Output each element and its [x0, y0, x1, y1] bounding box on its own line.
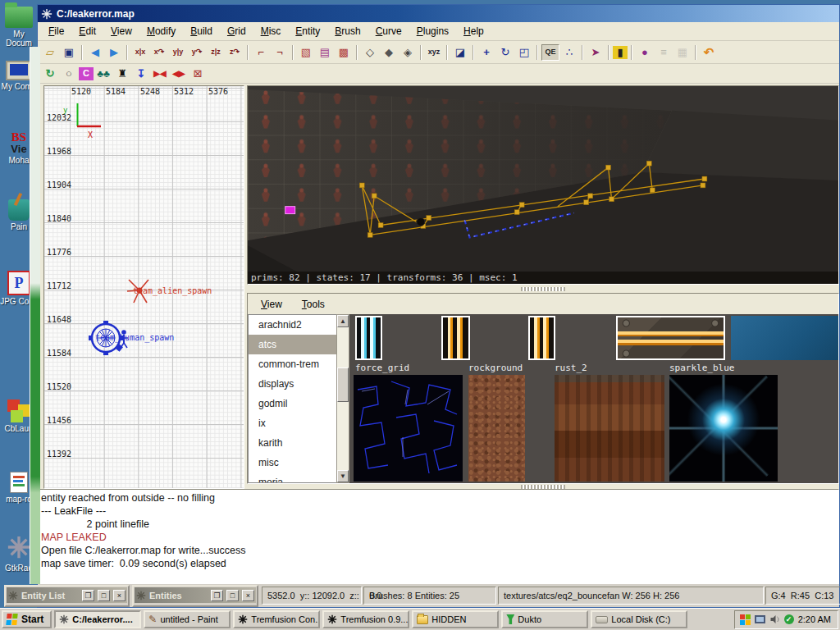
folder-list-scrollbar[interactable]: ▲ ▼	[336, 314, 349, 483]
folder-item-arachnid2[interactable]: arachnid2	[249, 315, 336, 335]
cap-endcap-icon[interactable]: ▶◀	[151, 66, 169, 82]
menu-help[interactable]: Help	[456, 23, 491, 39]
folder-item-godmil[interactable]: godmil	[249, 394, 336, 413]
folder-item-atcs[interactable]: atcs	[249, 335, 336, 354]
folder-item-moria[interactable]: moria	[249, 472, 336, 483]
select-complete-icon[interactable]: ▩	[335, 44, 353, 61]
texture-thumb-force-grid[interactable]	[354, 375, 463, 482]
folder-item-common-trem[interactable]: common-trem	[249, 354, 336, 374]
rotate-y-icon[interactable]: y↷	[188, 44, 206, 61]
network-tray-icon[interactable]	[755, 615, 765, 623]
cap-selection-icon[interactable]: C	[79, 67, 94, 80]
task-leakerror-map[interactable]: C:/leakerror....	[54, 610, 141, 628]
refresh-models-icon[interactable]: ↻	[41, 66, 59, 82]
task-local-disk[interactable]: Local Disk (C:)	[591, 610, 687, 628]
select-inside-icon[interactable]: ▤	[316, 44, 334, 61]
cap-none-icon[interactable]: ⊠	[189, 66, 207, 82]
scroll-up-icon[interactable]: ▲	[337, 315, 349, 327]
model-icon[interactable]: ●	[636, 44, 654, 61]
menu-plugins[interactable]: Plugins	[409, 23, 456, 39]
patch-tool-icon[interactable]: ○	[60, 66, 78, 82]
texture-thumb-rockground[interactable]	[468, 375, 525, 482]
select-touching-icon[interactable]: ▧	[297, 44, 315, 61]
rotate-mode-icon[interactable]: ↻	[496, 44, 514, 61]
save-icon[interactable]: ▣	[60, 44, 78, 61]
volume-tray-icon[interactable]	[769, 614, 780, 624]
back-icon[interactable]: ◀	[86, 44, 104, 61]
menu-file[interactable]: File	[41, 23, 71, 39]
scroll-down-icon[interactable]: ▼	[337, 470, 349, 482]
cube-solid-icon[interactable]: ◆	[380, 44, 398, 61]
menu-curve[interactable]: Curve	[368, 23, 409, 39]
texture-window-icon[interactable]: ▦	[673, 44, 692, 61]
horizontal-splitter[interactable]	[247, 285, 839, 293]
task-hidden-folder[interactable]: HIDDEN	[412, 610, 499, 628]
undo-icon[interactable]: ↶	[700, 44, 718, 61]
maximize-icon[interactable]: □	[98, 590, 110, 601]
texture-thumb-tube-orange[interactable]	[441, 316, 470, 360]
task-tremfusion-game[interactable]: Tremfusion 0.9...	[322, 610, 409, 628]
folder-item-karith[interactable]: karith	[249, 433, 336, 453]
flip-y-icon[interactable]: y|y	[169, 44, 187, 61]
folder-item-displays[interactable]: displays	[249, 374, 336, 394]
title-bar[interactable]: C:/leakerror.map	[38, 5, 839, 22]
spawn-icon[interactable]: ➤	[587, 44, 605, 61]
selected-light-entity[interactable]	[285, 207, 295, 214]
console-view-icon[interactable]: ≡	[655, 44, 673, 61]
menu-build[interactable]: Build	[183, 23, 220, 39]
menu-entity[interactable]: Entity	[288, 23, 327, 39]
texture-thumb-sparkle-blue[interactable]	[669, 375, 778, 482]
task-tremfusion-console[interactable]: Tremfusion Con...	[233, 610, 320, 628]
csg-merge-icon[interactable]: ¬	[271, 44, 289, 61]
menu-view[interactable]: View	[103, 23, 139, 39]
task-paint[interactable]: ✎ untitled - Paint	[144, 610, 231, 628]
menu-grid[interactable]: Grid	[220, 23, 253, 39]
cube-textured-icon[interactable]: ◈	[399, 44, 417, 61]
flip-x-icon[interactable]: x|x	[131, 44, 149, 61]
restore-icon[interactable]: ❐	[211, 590, 223, 601]
texture-thumb-tube-cyan[interactable]	[355, 316, 382, 360]
texture-lock-icon[interactable]: ▮	[613, 46, 628, 59]
texture-thumb-blue[interactable]	[731, 316, 838, 360]
menu-modify[interactable]: Modify	[139, 23, 183, 39]
csg-tool-icon[interactable]: ⌐	[252, 44, 270, 61]
camera-3d-view[interactable]: prims: 82 | states: 17 | transforms: 36 …	[247, 85, 839, 285]
entity-connect-icon[interactable]: ∴	[560, 44, 578, 61]
folder-item-misc[interactable]: misc	[249, 453, 336, 472]
cap-bevel-icon[interactable]: ◀▶	[170, 66, 188, 82]
console-output[interactable]: entity reached from outside -- no fillin…	[38, 489, 839, 584]
texture-thumb-bouncepad[interactable]	[616, 316, 725, 360]
texture-thumb-tube-orange2[interactable]	[528, 316, 555, 360]
rotate-x-icon[interactable]: x↷	[150, 44, 168, 61]
open-file-icon[interactable]: ▱	[41, 44, 59, 61]
texture-flip-icon[interactable]: ◪	[451, 44, 469, 61]
task-dukto[interactable]: Dukto	[501, 610, 588, 628]
menu-brush[interactable]: Brush	[327, 23, 368, 39]
close-icon[interactable]: ×	[242, 590, 254, 601]
usb-eject-tray-icon[interactable]: ✓	[784, 614, 794, 624]
drop-entity-icon[interactable]: ↧	[132, 66, 150, 82]
entity-list-window[interactable]: Entity List ❐ □ ×	[4, 585, 130, 607]
train-tool-icon[interactable]: ♜	[113, 66, 131, 82]
xyz-lock-icon[interactable]: xyz	[425, 44, 443, 61]
maximize-icon[interactable]: □	[226, 590, 239, 601]
menu-edit[interactable]: Edit	[71, 23, 103, 39]
entities-window[interactable]: Entities ❐ □ ×	[132, 585, 258, 607]
forward-icon[interactable]: ▶	[105, 44, 123, 61]
folder-item-ix[interactable]: ix	[249, 413, 336, 433]
menu-misc[interactable]: Misc	[253, 23, 289, 39]
texmenu-view[interactable]: View	[253, 296, 290, 313]
cube-wire-icon[interactable]: ◇	[361, 44, 379, 61]
texture-canvas[interactable]: force_grid rockground rust_2 sparkle_blu…	[349, 314, 838, 483]
messenger-tray-icon[interactable]	[740, 614, 751, 625]
close-icon[interactable]: ×	[113, 590, 126, 601]
start-button[interactable]: Start	[2, 610, 52, 628]
grid-2d-view[interactable]: 5120 5184 5248 5312 5376 12032 11968 119…	[43, 85, 244, 489]
foliage-icon[interactable]: ♣♣	[94, 66, 112, 82]
qe-mode-button[interactable]: QE	[541, 44, 559, 61]
texmenu-tools[interactable]: Tools	[294, 296, 333, 313]
flip-z-icon[interactable]: z|z	[207, 44, 225, 61]
desktop-icon-my-documents[interactable]: My Docum	[0, 7, 38, 48]
scrollbar-thumb[interactable]	[337, 368, 349, 402]
translate-mode-icon[interactable]: +	[477, 44, 495, 61]
